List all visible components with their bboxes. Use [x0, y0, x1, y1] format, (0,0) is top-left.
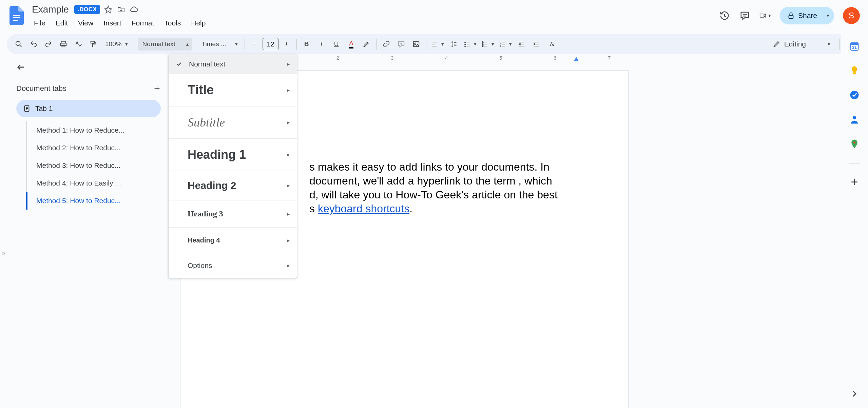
get-addons-button[interactable]: +	[848, 176, 861, 188]
keep-icon[interactable]	[848, 64, 861, 77]
paint-format-button[interactable]	[86, 37, 100, 51]
menu-tools[interactable]: Tools	[160, 17, 185, 29]
align-button[interactable]: ▾	[429, 37, 446, 51]
meet-icon[interactable]: ▾	[759, 10, 771, 21]
decrease-indent-button[interactable]	[515, 37, 529, 51]
hyperlink[interactable]: keyboard shortcuts	[318, 202, 409, 215]
chevron-down-icon: ▾	[827, 13, 829, 18]
outline-item[interactable]: Method 3: How to Reduc...	[26, 157, 161, 174]
style-label: Heading 1	[188, 148, 246, 162]
outline-item[interactable]: Method 1: How to Reduce...	[26, 121, 161, 139]
submenu-arrow-icon: ▸	[287, 152, 290, 158]
outline-item[interactable]: Method 4: How to Easily ...	[26, 174, 161, 192]
move-icon[interactable]	[116, 5, 126, 14]
style-option-subtitle[interactable]: Subtitle ▸	[169, 106, 297, 139]
maps-icon[interactable]	[848, 138, 861, 150]
star-icon[interactable]	[103, 5, 113, 14]
menu-file[interactable]: File	[30, 17, 50, 29]
undo-button[interactable]	[26, 37, 41, 51]
menu-edit[interactable]: Edit	[52, 17, 72, 29]
style-label: Title	[188, 83, 214, 97]
font-size-input[interactable]: 12	[263, 38, 279, 50]
editing-mode-button[interactable]: Editing ▾	[767, 37, 836, 51]
account-avatar[interactable]: S	[843, 7, 860, 24]
zoom-select[interactable]: 100%▾	[101, 37, 132, 51]
svg-point-55	[853, 116, 856, 119]
separator	[245, 39, 245, 50]
comments-icon[interactable]	[739, 10, 751, 21]
line-spacing-button[interactable]	[447, 37, 461, 51]
submenu-arrow-icon: ▸	[287, 61, 290, 67]
numbered-list-button[interactable]: 123▾	[497, 37, 514, 51]
separator	[296, 39, 297, 50]
clear-formatting-button[interactable]	[544, 37, 559, 51]
style-option-heading-4[interactable]: Heading 4 ▸	[169, 228, 297, 253]
hide-side-panel-button[interactable]	[848, 388, 861, 400]
svg-rect-5	[760, 14, 764, 17]
calendar-icon[interactable]: 31	[848, 40, 861, 52]
style-option-normal[interactable]: Normal text ▸	[169, 54, 297, 74]
underline-button[interactable]: U	[329, 37, 344, 51]
chevron-down-icon: ▾	[768, 13, 771, 19]
increase-font-button[interactable]: +	[279, 37, 294, 51]
style-label: Options	[188, 261, 212, 270]
increase-indent-button[interactable]	[529, 37, 544, 51]
svg-rect-0	[13, 15, 20, 16]
outline: Method 1: How to Reduce... Method 2: How…	[26, 121, 161, 210]
page-body-text[interactable]: s makes it easy to add links to your doc…	[309, 160, 615, 216]
svg-text:31: 31	[852, 45, 857, 50]
outline-item[interactable]: Method 5: How to Reduc...	[26, 192, 161, 210]
svg-point-26	[482, 42, 483, 43]
svg-point-28	[482, 45, 483, 46]
style-option-heading-1[interactable]: Heading 1 ▸	[169, 139, 297, 171]
zoom-value: 100%	[105, 40, 122, 48]
highlight-button[interactable]	[359, 37, 373, 51]
document-title[interactable]: Example	[30, 3, 71, 16]
vertical-ruler: 8	[0, 54, 9, 408]
text-color-button[interactable]: A	[344, 37, 359, 51]
insert-link-button[interactable]	[379, 37, 393, 51]
search-menus-button[interactable]	[12, 37, 26, 51]
cloud-status-icon[interactable]	[129, 5, 139, 14]
sidebar-back-button[interactable]	[16, 60, 30, 74]
right-indent-marker[interactable]	[574, 57, 579, 61]
share-dropdown[interactable]: ▾	[825, 8, 834, 23]
decrease-font-button[interactable]: −	[248, 37, 262, 51]
add-tab-button[interactable]	[153, 85, 161, 92]
toolbar: 100%▾ Normal text▴ Times ...▾ − 12 + B I…	[7, 34, 861, 54]
menu-help[interactable]: Help	[187, 17, 210, 29]
menu-insert[interactable]: Insert	[99, 17, 126, 29]
outline-item[interactable]: Method 2: How to Reduc...	[26, 139, 161, 157]
submenu-arrow-icon: ▸	[287, 211, 290, 217]
style-option-options[interactable]: Options ▸	[169, 253, 297, 278]
side-panel-divider	[849, 163, 860, 164]
chevron-down-icon: ▾	[491, 41, 494, 47]
print-button[interactable]	[56, 37, 71, 51]
ruler-number: 3	[391, 55, 393, 61]
history-icon[interactable]	[719, 10, 730, 21]
menu-view[interactable]: View	[74, 17, 97, 29]
bulleted-list-button[interactable]: ▾	[479, 37, 496, 51]
insert-image-button[interactable]	[409, 37, 423, 51]
style-label: Heading 4	[188, 236, 220, 244]
tasks-icon[interactable]	[848, 89, 861, 101]
docs-logo[interactable]	[7, 3, 26, 28]
style-option-title[interactable]: Title ▸	[169, 74, 297, 106]
checklist-button[interactable]: ▾	[462, 37, 479, 51]
chevron-up-icon: ▴	[186, 41, 189, 47]
add-comment-button[interactable]	[394, 37, 408, 51]
style-option-heading-2[interactable]: Heading 2 ▸	[169, 171, 297, 200]
italic-button[interactable]: I	[314, 37, 329, 51]
paragraph-style-select[interactable]: Normal text▴	[138, 38, 192, 51]
bold-button[interactable]: B	[300, 37, 314, 51]
redo-button[interactable]	[41, 37, 56, 51]
separator	[376, 39, 377, 50]
menu-format[interactable]: Format	[128, 17, 158, 29]
font-select[interactable]: Times ...▾	[198, 37, 242, 51]
contacts-icon[interactable]	[848, 113, 861, 125]
style-option-heading-3[interactable]: Heading 3 ▸	[169, 200, 297, 228]
spellcheck-button[interactable]	[71, 37, 85, 51]
paragraph-styles-popup: Normal text ▸ Title ▸ Subtitle ▸ Heading…	[169, 54, 297, 278]
share-button[interactable]: Share	[780, 7, 825, 24]
document-tab[interactable]: Tab 1	[16, 100, 161, 117]
